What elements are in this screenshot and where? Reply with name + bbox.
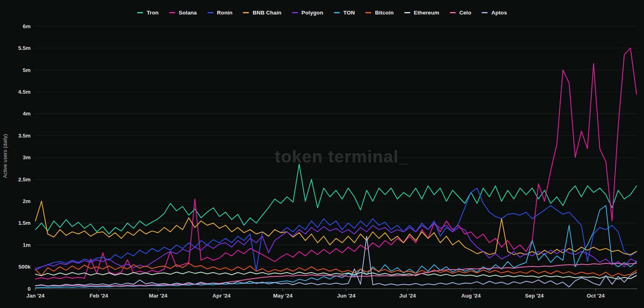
y-axis-labels: 0500k1m1.5m2m2.5m3m3.5m4m4.5m5m5.5m6m xyxy=(18,23,31,292)
legend-item-bitcoin[interactable]: Bitcoin xyxy=(365,10,394,16)
legend-label: Ethereum xyxy=(414,10,439,16)
x-tick-label: Jan '24 xyxy=(26,293,45,299)
legend-swatch-icon xyxy=(207,12,213,13)
x-tick-label: Jun '24 xyxy=(337,293,355,299)
chart-legend: TronSolanaRoninBNB ChainPolygonTONBitcoi… xyxy=(137,10,507,16)
y-tick-label: 4.5m xyxy=(18,89,31,95)
chart-plot-area[interactable]: token terminal_ 0500k1m1.5m2m2.5m3m3.5m4… xyxy=(0,0,644,308)
legend-swatch-icon xyxy=(365,12,372,13)
legend-item-solana[interactable]: Solana xyxy=(169,10,197,16)
y-axis-title: Active users (daily) xyxy=(2,134,8,178)
y-tick-label: 0 xyxy=(27,286,31,292)
series-line-polygon[interactable] xyxy=(35,223,637,269)
legend-item-aptos[interactable]: Aptos xyxy=(482,10,507,16)
x-tick-label: Aug '24 xyxy=(461,293,481,299)
legend-label: Bitcoin xyxy=(375,10,394,16)
gridlines xyxy=(34,26,637,289)
x-tick-label: Mar '24 xyxy=(149,293,167,299)
y-tick-label: 1.5m xyxy=(18,220,31,226)
legend-item-ton[interactable]: TON xyxy=(334,10,355,16)
series-line-aptos[interactable] xyxy=(35,236,637,287)
y-tick-label: 4m xyxy=(23,111,31,117)
legend-swatch-icon xyxy=(334,12,340,13)
legend-item-tron[interactable]: Tron xyxy=(137,10,159,16)
legend-label: BNB Chain xyxy=(253,10,281,16)
legend-label: Polygon xyxy=(301,10,323,16)
token-terminal-watermark: token terminal_ xyxy=(275,147,409,166)
legend-item-polygon[interactable]: Polygon xyxy=(292,10,323,16)
series-lines xyxy=(35,48,637,288)
x-axis xyxy=(34,289,637,291)
y-tick-label: 6m xyxy=(23,23,31,29)
legend-item-ethereum[interactable]: Ethereum xyxy=(404,10,439,16)
y-tick-label: 2m xyxy=(23,198,31,204)
legend-label: Tron xyxy=(147,10,159,16)
y-tick-label: 5m xyxy=(23,67,31,73)
legend-item-bnb-chain[interactable]: BNB Chain xyxy=(243,10,281,16)
legend-swatch-icon xyxy=(404,12,410,13)
y-tick-label: 2.5m xyxy=(18,177,31,183)
x-tick-label: May '24 xyxy=(273,293,293,299)
legend-swatch-icon xyxy=(169,12,175,13)
series-line-ronin[interactable] xyxy=(35,188,637,271)
x-tick-label: Apr '24 xyxy=(213,293,231,299)
chart-root: TronSolanaRoninBNB ChainPolygonTONBitcoi… xyxy=(0,0,644,308)
x-axis-labels: Jan '24Feb '24Mar '24Apr '24May '24Jun '… xyxy=(26,293,605,299)
legend-label: TON xyxy=(343,10,355,16)
x-tick-label: Feb '24 xyxy=(89,293,108,299)
legend-label: Aptos xyxy=(491,10,507,16)
x-tick-label: Oct '24 xyxy=(587,293,605,299)
y-tick-label: 500k xyxy=(19,264,31,270)
series-line-ton[interactable] xyxy=(35,205,637,288)
y-tick-label: 3m xyxy=(23,154,31,160)
legend-swatch-icon xyxy=(137,12,143,13)
legend-label: Ronin xyxy=(217,10,233,16)
y-tick-label: 5.5m xyxy=(18,45,31,51)
y-tick-label: 1m xyxy=(23,242,31,248)
legend-item-celo[interactable]: Celo xyxy=(450,10,471,16)
legend-swatch-icon xyxy=(450,12,456,13)
legend-swatch-icon xyxy=(482,12,488,13)
legend-label: Solana xyxy=(179,10,197,16)
legend-swatch-icon xyxy=(292,12,298,13)
series-line-bnb-chain[interactable] xyxy=(35,201,637,255)
series-line-tron[interactable] xyxy=(35,164,637,234)
legend-swatch-icon xyxy=(243,12,249,13)
x-tick-label: Sep '24 xyxy=(525,293,544,299)
y-tick-label: 3.5m xyxy=(18,133,31,139)
legend-item-ronin[interactable]: Ronin xyxy=(207,10,233,16)
legend-label: Celo xyxy=(459,10,471,16)
x-tick-label: Jul '24 xyxy=(399,293,416,299)
